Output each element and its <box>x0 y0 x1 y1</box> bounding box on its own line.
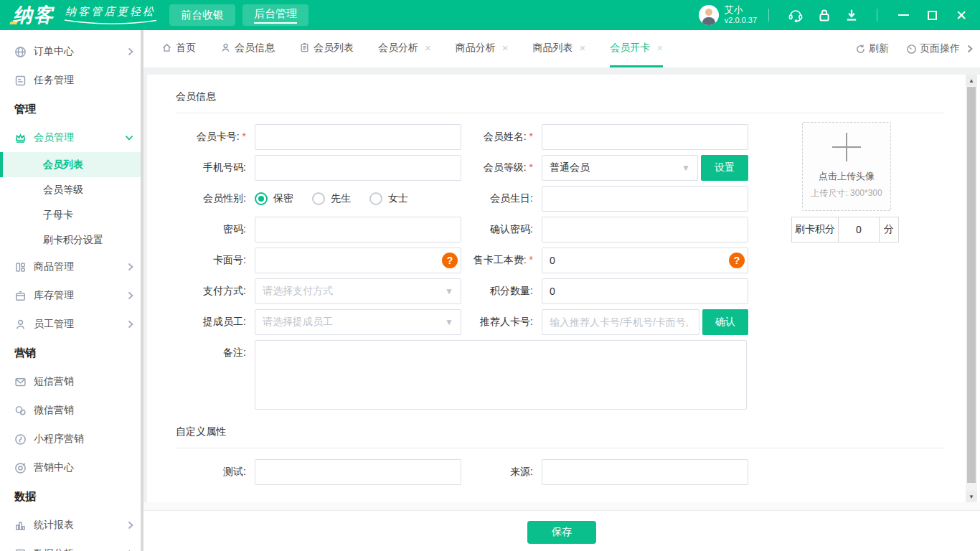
member-level-select[interactable]: 普通会员 ▼ <box>542 155 698 181</box>
chevron-down-icon: ▼ <box>445 286 453 296</box>
sidebar-item-marketing-center[interactable]: 营销中心 <box>0 453 143 482</box>
brand-tagline: 纳客管店更轻松 <box>63 5 158 25</box>
user-avatar[interactable] <box>699 5 719 25</box>
chevron-down-icon <box>125 135 133 141</box>
referrer-confirm-button[interactable]: 确认 <box>702 309 748 335</box>
chevron-right-icon <box>128 521 133 529</box>
password-input[interactable] <box>255 217 461 242</box>
refresh-button[interactable]: 刷新 <box>855 42 889 55</box>
test-label: 测试: <box>176 466 255 479</box>
birthday-input[interactable] <box>542 186 748 212</box>
card-fee-input[interactable] <box>542 248 748 273</box>
window-close-button[interactable]: ✕ <box>956 9 967 22</box>
right-panel: 点击上传头像 上传尺寸: 300*300 刷卡积分 分 <box>790 122 905 242</box>
sidebar-item-sms-marketing[interactable]: 短信营销 <box>0 367 143 396</box>
chevron-down-icon: ▼ <box>682 163 690 173</box>
avatar-upload-box[interactable]: 点击上传头像 上传尺寸: 300*300 <box>802 122 891 211</box>
help-icon[interactable]: ? <box>729 253 745 268</box>
header-divider <box>877 9 877 22</box>
customer-service-icon[interactable] <box>788 8 804 22</box>
crown-icon <box>14 132 27 144</box>
sidebar-section-management: 管理 <box>0 95 143 123</box>
sidebar-item-wechat-marketing[interactable]: 微信营销 <box>0 396 143 425</box>
close-icon[interactable]: × <box>502 42 509 54</box>
payment-method-select[interactable]: 请选择支付方式 ▼ <box>255 278 461 304</box>
radio-icon <box>312 192 325 205</box>
tab-member-analysis[interactable]: 会员分析 × <box>378 30 431 67</box>
window-maximize-button[interactable] <box>928 11 937 20</box>
refresh-icon <box>855 44 866 55</box>
tab-home[interactable]: 首页 <box>161 30 196 67</box>
section-title-custom-attrs: 自定义属性 <box>176 425 944 438</box>
close-icon[interactable]: × <box>656 42 663 54</box>
tab-goods-analysis[interactable]: 商品分析 × <box>456 30 509 67</box>
chevron-down-icon: ▼ <box>445 317 453 327</box>
phone-label: 手机号码: <box>176 161 255 174</box>
sidebar-item-staff-management[interactable]: 员工管理 <box>0 310 143 339</box>
card-face-label: 卡面号: <box>176 254 255 267</box>
swipe-points-input[interactable] <box>838 217 880 242</box>
sidebar: 订单中心 任务管理 管理 会员管理 会员列表 会员等级 子母卡 刷卡积分设置 商… <box>0 30 143 551</box>
phone-input[interactable] <box>255 155 461 181</box>
sidebar-item-order-center[interactable]: 订单中心 <box>0 37 143 66</box>
member-name-input[interactable] <box>542 124 748 150</box>
sidebar-item-member-management[interactable]: 会员管理 <box>0 123 143 152</box>
sidebar-item-inventory-management[interactable]: 库存管理 <box>0 281 143 310</box>
sidebar-item-goods-management[interactable]: 商品管理 <box>0 253 143 281</box>
commission-staff-label: 提成员工: <box>176 316 255 329</box>
content-scrollbar: ▲ ▼ <box>966 75 977 502</box>
gender-option-male[interactable]: 先生 <box>312 192 351 205</box>
scroll-down-button[interactable]: ▼ <box>966 491 977 502</box>
source-label: 来源: <box>461 466 542 479</box>
gender-radio-group: 保密 先生 女士 <box>255 192 461 205</box>
help-icon[interactable]: ? <box>442 253 458 268</box>
member-level-label: 会员等级:* <box>461 161 542 174</box>
level-settings-button[interactable]: 设置 <box>701 155 748 181</box>
plus-icon <box>832 133 861 161</box>
remark-textarea[interactable] <box>255 340 747 410</box>
card-no-input[interactable] <box>255 124 461 150</box>
tab-member-card-open[interactable]: 会员开卡 × <box>610 30 663 67</box>
radio-icon <box>369 192 382 205</box>
gender-option-female[interactable]: 女士 <box>369 192 408 205</box>
sidebar-item-statistics-report[interactable]: 统计报表 <box>0 511 143 540</box>
sidebar-item-data-analysis[interactable]: 数据分析 <box>0 540 143 551</box>
sidebar-item-miniprogram-marketing[interactable]: 小程序营销 <box>0 425 143 453</box>
front-cashier-button[interactable]: 前台收银 <box>169 4 235 26</box>
points-input[interactable] <box>542 278 748 304</box>
sidebar-subitem-parent-child-card[interactable]: 子母卡 <box>0 202 143 227</box>
commission-staff-select[interactable]: 请选择提成员工 ▼ <box>255 309 461 335</box>
header-divider <box>768 9 769 22</box>
confirm-password-input[interactable] <box>542 217 748 242</box>
window-minimize-button[interactable] <box>898 14 909 16</box>
user-name: 艾小 <box>725 5 757 16</box>
sidebar-subitem-member-list[interactable]: 会员列表 <box>0 152 143 177</box>
chevron-right-icon[interactable] <box>967 44 973 53</box>
tab-member-list[interactable]: 会员列表 <box>299 30 354 67</box>
user-meta: 艾小 v2.0.0.37 <box>725 5 757 25</box>
sidebar-scrollbar[interactable] <box>141 30 143 551</box>
download-icon[interactable] <box>845 9 858 22</box>
tab-member-info[interactable]: 会员信息 <box>220 30 275 67</box>
close-icon[interactable]: × <box>580 42 586 54</box>
source-input[interactable] <box>542 459 748 485</box>
gender-option-secret[interactable]: 保密 <box>255 192 293 205</box>
page-actions-button[interactable]: 页面操作 <box>906 42 960 55</box>
lock-icon[interactable] <box>818 9 831 22</box>
card-face-input[interactable] <box>255 248 461 273</box>
section-divider <box>176 113 944 113</box>
test-input[interactable] <box>255 459 461 485</box>
gender-label: 会员性别: <box>176 192 255 205</box>
save-button[interactable]: 保存 <box>527 521 596 544</box>
scrollbar-thumb[interactable] <box>967 87 976 483</box>
close-icon[interactable]: × <box>425 42 431 54</box>
sidebar-subitem-member-level[interactable]: 会员等级 <box>0 177 143 202</box>
wechat-icon <box>14 405 27 417</box>
referrer-input[interactable] <box>542 309 699 335</box>
tab-goods-list[interactable]: 商品列表 × <box>533 30 586 67</box>
bar-chart-icon <box>14 519 27 532</box>
scroll-up-button[interactable]: ▲ <box>966 75 977 86</box>
sidebar-item-task-management[interactable]: 任务管理 <box>0 66 143 95</box>
back-admin-button[interactable]: 后台管理 <box>242 4 308 26</box>
sidebar-subitem-swipe-points-settings[interactable]: 刷卡积分设置 <box>0 227 143 253</box>
